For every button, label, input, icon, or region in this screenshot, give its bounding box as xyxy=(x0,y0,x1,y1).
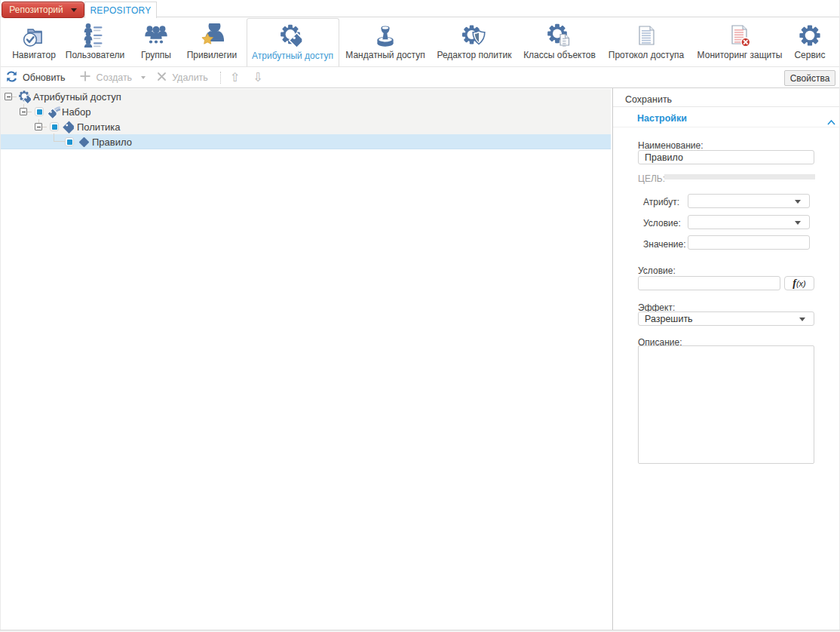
ribbon-item-label: Протокол доступа xyxy=(609,50,684,60)
condition-combobox[interactable] xyxy=(688,215,810,229)
ribbon-item-label: Мандатный доступ xyxy=(345,50,425,60)
caret-down-icon xyxy=(71,8,77,12)
create-split-caret-icon[interactable] xyxy=(141,76,146,79)
tree-node-label: Атрибутный доступ xyxy=(33,91,121,103)
combo-arrow-icon xyxy=(795,221,801,225)
properties-button[interactable]: Свойства xyxy=(784,70,835,86)
arrow-up-icon[interactable]: ⇧ xyxy=(230,72,240,84)
name-field-label: Наименование: xyxy=(638,140,704,151)
attribute-field-label: Атрибут: xyxy=(643,197,679,207)
collapse-chevron-icon[interactable] xyxy=(827,117,835,127)
tree-checkbox[interactable] xyxy=(50,122,59,131)
tree-node-label: Правило xyxy=(92,137,132,148)
tree-connector-line xyxy=(54,133,54,141)
expression-field-label: Условие: xyxy=(638,265,676,276)
ribbon-item-label: Привилегии xyxy=(187,50,238,60)
tree-row-атрибутный-доступ[interactable]: Атрибутный доступ xyxy=(0,89,611,104)
properties-panel: Сохранить Настройки Наименование: Правил… xyxy=(613,88,840,630)
access-log-icon xyxy=(634,23,658,48)
refresh-button[interactable]: Обновить xyxy=(4,69,67,86)
ribbon-item-label: Сервис xyxy=(794,50,825,60)
tree-row-набор[interactable]: Набор xyxy=(0,104,611,119)
plus-icon xyxy=(79,70,91,84)
create-button[interactable]: Создать xyxy=(78,69,134,86)
value-field[interactable] xyxy=(688,235,810,250)
attribute-combobox[interactable] xyxy=(688,194,810,208)
ribbon-item-7[interactable]: Редактор политик xyxy=(425,18,523,66)
tree-connector-line xyxy=(42,127,47,127)
tree-row-политика[interactable]: Политика xyxy=(0,119,611,134)
tab-repository[interactable]: REPOSITORY xyxy=(84,2,157,18)
tree-connector-line xyxy=(12,97,17,97)
collapse-expander-icon[interactable] xyxy=(35,123,42,130)
combo-arrow-icon xyxy=(795,200,801,204)
tree-connector-line xyxy=(27,112,32,112)
tree-checkbox[interactable] xyxy=(35,107,44,116)
settings-section-header[interactable]: Настройки xyxy=(637,113,687,124)
name-field[interactable]: Правило xyxy=(638,150,814,164)
value-field-label: Значение: xyxy=(643,239,686,250)
collapse-expander-icon[interactable] xyxy=(5,93,12,100)
goal-group-bar xyxy=(664,174,815,179)
section-divider xyxy=(613,127,840,127)
tab-repository-label: REPOSITORY xyxy=(90,5,151,16)
attribute-access-icon xyxy=(281,24,305,48)
ribbon-item-8[interactable]: Классы объектов xyxy=(510,18,609,66)
tree-node-label: Набор xyxy=(62,106,91,118)
ribbon-item-label: Атрибутный доступ xyxy=(252,51,333,61)
delete-button[interactable]: Удалить xyxy=(155,69,210,86)
protection-monitoring-icon xyxy=(728,23,752,48)
ribbon: Навигатор Пользователи xyxy=(0,17,840,66)
tree-panel: Атрибутный доступ Набор Политика Правило xyxy=(0,88,611,630)
fx-button[interactable]: f(x) xyxy=(784,276,814,290)
combo-arrow-icon xyxy=(799,318,805,321)
ribbon-item-9[interactable]: Протокол доступа xyxy=(597,18,695,66)
app-menu-button[interactable]: Репозиторий xyxy=(2,2,84,18)
tree-row-правило[interactable]: Правило xyxy=(0,134,611,149)
expression-field[interactable] xyxy=(638,276,780,290)
collapse-expander-icon[interactable] xyxy=(20,108,27,115)
mandatory-access-icon xyxy=(373,23,397,48)
object-classes-icon xyxy=(547,23,572,48)
toolbar: Обновить Создать Удалить ⇧ ⇩ xyxy=(0,67,840,87)
gear-tag-icon xyxy=(19,91,32,103)
tree-connector-line xyxy=(54,141,65,142)
app-menu-label: Репозиторий xyxy=(9,5,63,15)
x-icon xyxy=(157,72,167,84)
toolbar-separator xyxy=(220,72,221,84)
tree-checkbox[interactable] xyxy=(65,137,74,146)
ribbon-item-label: Классы объектов xyxy=(523,50,596,60)
tree-node-label: Политика xyxy=(77,121,121,133)
ribbon-item-11[interactable]: Сервис xyxy=(761,18,840,66)
ribbon-item-label: Редактор политик xyxy=(437,50,511,60)
diamond-icon xyxy=(78,136,90,149)
privileges-icon xyxy=(200,23,224,48)
description-field[interactable] xyxy=(638,345,814,464)
users-icon xyxy=(83,23,107,48)
arrow-down-icon[interactable]: ⇩ xyxy=(253,72,262,84)
application-window: Репозиторий REPOSITORY Навигатор xyxy=(0,0,840,632)
tag-icon xyxy=(63,121,75,133)
refresh-icon xyxy=(5,70,18,85)
policy-editor-icon xyxy=(462,23,486,48)
ribbon-item-5[interactable]: Атрибутный доступ xyxy=(247,18,339,66)
service-icon xyxy=(798,23,822,48)
navigator-icon xyxy=(22,23,46,48)
goal-group-label: ЦЕЛЬ: xyxy=(638,173,665,184)
effect-combobox[interactable]: Разрешить xyxy=(638,311,814,326)
window-frame-left xyxy=(0,0,1,630)
panel-toolbar-divider xyxy=(613,106,840,107)
tags-icon xyxy=(48,106,60,118)
condition-field-label: Условие: xyxy=(643,218,681,229)
save-button[interactable]: Сохранить xyxy=(625,93,672,106)
ribbon-item-6[interactable]: Мандатный доступ xyxy=(336,18,434,66)
